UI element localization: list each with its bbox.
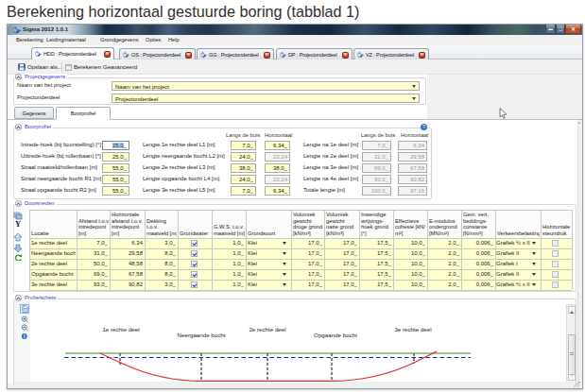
svg-text:Y: Y [15,219,21,229]
svg-text:Neergaande bocht: Neergaande bocht [178,332,226,338]
svg-text:3e rechte deel: 3e rechte deel [394,326,431,332]
svg-text:Opgaande bocht: Opgaande bocht [314,332,357,338]
svg-text:2e rechte deel: 2e rechte deel [249,326,285,332]
svg-text:1e rechte deel: 1e rechte deel [102,326,139,332]
